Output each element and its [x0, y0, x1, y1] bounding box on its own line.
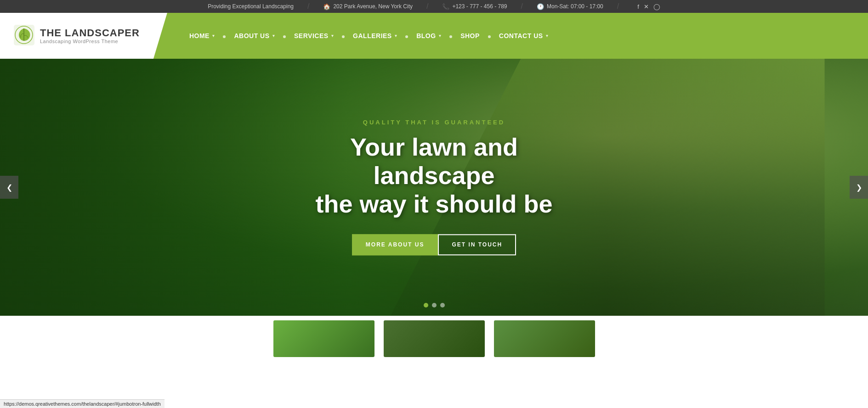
chevron-down-icon: ▾ — [439, 13, 442, 59]
header: THE LANDSCAPER Landscaping WordPress The… — [0, 13, 868, 59]
nav-link-about-us[interactable]: About Us▾ — [226, 13, 283, 59]
chevron-down-icon: ▾ — [331, 13, 334, 59]
nav-item-about-us[interactable]: About Us▾ — [226, 13, 283, 59]
instagram-icon[interactable]: ◯ — [653, 3, 660, 10]
chevron-down-icon: ▾ — [272, 13, 275, 59]
nav-item-services[interactable]: Services▾ — [286, 13, 342, 59]
logo-text: THE LANDSCAPER Landscaping WordPress The… — [40, 28, 140, 44]
bottom-strip — [0, 316, 868, 362]
divider-3: / — [521, 2, 523, 11]
logo-icon — [14, 25, 40, 47]
hero-subtitle: QUALITY THAT IS GUARANTEED — [296, 119, 572, 126]
address-item: 🏠 202 Park Avenue, New York City — [323, 3, 413, 10]
nav-link-contact-us[interactable]: Contact Us▾ — [491, 13, 556, 59]
nav-link-galleries[interactable]: Galleries▾ — [345, 13, 405, 59]
hero-title: Your lawn and landscape the way it shoul… — [296, 133, 572, 218]
nav-item-shop[interactable]: Shop — [452, 13, 488, 59]
nav-link-services[interactable]: Services▾ — [286, 13, 342, 59]
nav-item-blog[interactable]: Blog▾ — [408, 13, 449, 59]
divider-4: / — [617, 2, 619, 11]
chevron-down-icon: ▾ — [546, 13, 549, 59]
slider-dots — [424, 303, 445, 307]
hero-content: QUALITY THAT IS GUARANTEED Your lawn and… — [296, 119, 572, 255]
get-in-touch-button[interactable]: GET IN TOUCH — [438, 235, 516, 256]
slider-prev-button[interactable]: ❮ — [0, 176, 18, 199]
logo-area: THE LANDSCAPER Landscaping WordPress The… — [0, 13, 153, 59]
nav-item-galleries[interactable]: Galleries▾ — [345, 13, 405, 59]
slider-dot-1[interactable] — [424, 303, 428, 307]
thumbnail-card-1[interactable] — [273, 320, 374, 357]
more-about-us-button[interactable]: MORE ABOUT US — [352, 235, 438, 256]
slider-dot-3[interactable] — [440, 303, 445, 307]
twitter-x-icon[interactable]: ✕ — [644, 3, 649, 10]
logo-subtitle: Landscaping WordPress Theme — [40, 39, 140, 44]
logo-title: THE LANDSCAPER — [40, 28, 140, 39]
thumbnail-card-2[interactable] — [384, 320, 485, 357]
nav-menu: Home▾About Us▾Services▾Galleries▾Blog▾Sh… — [181, 13, 556, 59]
phone-icon: 📞 — [442, 3, 449, 10]
slider-dot-2[interactable] — [432, 303, 437, 307]
divider-1: / — [307, 2, 309, 11]
chevron-down-icon: ▾ — [212, 13, 215, 59]
hero-slider: ❮ QUALITY THAT IS GUARANTEED Your lawn a… — [0, 59, 868, 316]
facebook-icon[interactable]: f — [637, 3, 639, 10]
chevron-down-icon: ▾ — [395, 13, 397, 59]
divider-2: / — [426, 2, 428, 11]
clock-icon: 🕐 — [537, 3, 544, 10]
home-icon: 🏠 — [323, 3, 330, 10]
nav-link-home[interactable]: Home▾ — [181, 13, 223, 59]
social-links: f ✕ ◯ — [637, 3, 660, 10]
nav-link-blog[interactable]: Blog▾ — [408, 13, 449, 59]
slider-next-button[interactable]: ❯ — [850, 176, 868, 199]
thumbnail-card-3[interactable] — [494, 320, 595, 357]
nav-link-shop[interactable]: Shop — [452, 13, 488, 59]
phone-item: 📞 +123 - 777 - 456 - 789 — [442, 3, 507, 10]
nav-item-contact-us[interactable]: Contact Us▾ — [491, 13, 556, 59]
hero-buttons: MORE ABOUT US GET IN TOUCH — [296, 235, 572, 256]
topbar: Providing Exceptional Landscaping / 🏠 20… — [0, 0, 868, 13]
nav-item-home[interactable]: Home▾ — [181, 13, 223, 59]
tagline: Providing Exceptional Landscaping — [208, 3, 294, 10]
main-nav: Home▾About Us▾Services▾Galleries▾Blog▾Sh… — [153, 13, 868, 59]
hours-item: 🕐 Mon-Sat: 07:00 - 17:00 — [537, 3, 603, 10]
